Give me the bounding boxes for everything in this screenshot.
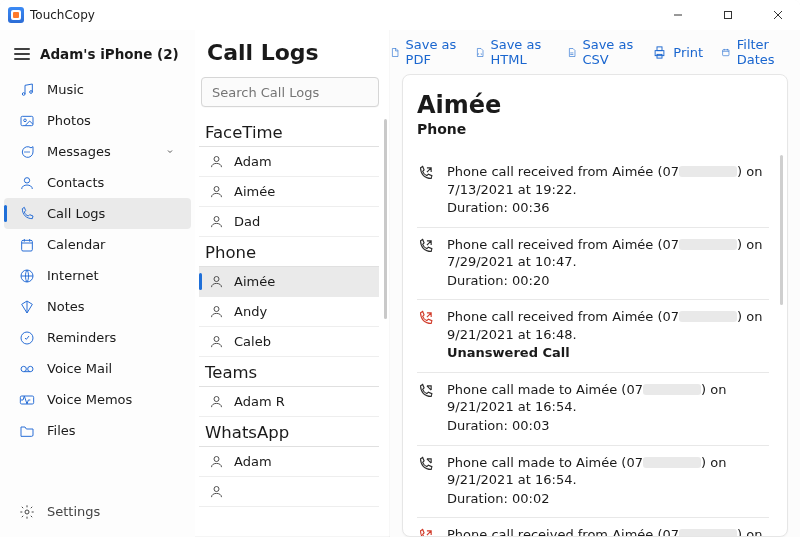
sidebar-item-voicememos[interactable]: Voice Memos xyxy=(4,384,191,415)
save-csv-button[interactable]: Save as CSV xyxy=(567,37,634,67)
call-log-text: Phone call received from Aimée (07) on 7… xyxy=(447,236,769,290)
calllogs-icon xyxy=(19,206,35,222)
svg-point-6 xyxy=(27,151,28,152)
call-in-icon xyxy=(417,163,435,217)
person-icon xyxy=(209,484,224,499)
svg-point-2 xyxy=(30,90,33,93)
call-log-meta: Unanswered Call xyxy=(447,344,769,362)
svg-point-18 xyxy=(214,217,219,222)
sidebar-item-label: Photos xyxy=(47,113,176,128)
group-header: Phone xyxy=(199,237,379,267)
titlebar: TouchCopy xyxy=(0,0,800,30)
person-icon xyxy=(209,304,224,319)
contact-row[interactable]: Adam xyxy=(199,447,379,477)
sidebar-item-notes[interactable]: Notes xyxy=(4,291,191,322)
svg-point-19 xyxy=(214,277,219,282)
sidebar: Adam's iPhone (2) MusicPhotosMessagesCon… xyxy=(0,30,195,537)
save-pdf-button[interactable]: Save as PDF xyxy=(390,37,457,67)
contact-row[interactable]: Andy xyxy=(199,297,379,327)
svg-point-5 xyxy=(25,151,26,152)
svg-rect-9 xyxy=(22,240,33,251)
save-html-button[interactable]: Save as HTML xyxy=(475,37,549,67)
minimize-icon xyxy=(673,10,683,20)
file-pdf-icon xyxy=(390,45,400,60)
sidebar-item-calllogs[interactable]: Call Logs xyxy=(4,198,191,229)
gear-icon xyxy=(19,504,35,520)
sidebar-item-music[interactable]: Music xyxy=(4,74,191,105)
call-log-line: Phone call received from Aimée (07) on 9… xyxy=(447,308,769,343)
filter-icon xyxy=(721,45,731,60)
contact-row[interactable] xyxy=(199,477,379,507)
file-csv-icon xyxy=(567,45,577,60)
call-log-meta: Duration: 00:03 xyxy=(447,417,769,435)
call-log-meta: Duration: 00:20 xyxy=(447,272,769,290)
person-icon xyxy=(209,184,224,199)
call-in-icon xyxy=(417,236,435,290)
call-log-text: Phone call made to Aimée (07) on 9/21/20… xyxy=(447,381,769,435)
notes-icon xyxy=(19,299,35,315)
contacts-column: Call Logs FaceTimeAdamAiméeDadPhoneAimée… xyxy=(195,30,390,537)
sidebar-item-messages[interactable]: Messages xyxy=(4,136,191,167)
call-log-row: Phone call received from Aimée (07) on 9… xyxy=(417,518,769,537)
svg-point-8 xyxy=(24,177,29,182)
call-log-row: Phone call received from Aimée (07) on 7… xyxy=(417,155,769,228)
svg-rect-27 xyxy=(657,54,662,58)
svg-point-17 xyxy=(214,187,219,192)
sidebar-item-label: Files xyxy=(47,423,176,438)
sidebar-item-contacts[interactable]: Contacts xyxy=(4,167,191,198)
contact-name: Adam R xyxy=(234,394,285,409)
contact-name: Aimée xyxy=(234,184,275,199)
redacted-number xyxy=(679,529,737,537)
search-input[interactable] xyxy=(201,77,379,107)
contact-name: Adam xyxy=(234,454,272,469)
sidebar-item-label: Reminders xyxy=(47,330,176,345)
scrollbar[interactable] xyxy=(384,119,387,319)
contact-row[interactable]: Dad xyxy=(199,207,379,237)
sidebar-item-internet[interactable]: Internet xyxy=(4,260,191,291)
call-log-line: Phone call made to Aimée (07) on 9/21/20… xyxy=(447,381,769,416)
redacted-number xyxy=(679,166,737,177)
voicemail-icon xyxy=(19,361,35,377)
contact-row[interactable]: Adam xyxy=(199,147,379,177)
sidebar-item-files[interactable]: Files xyxy=(4,415,191,446)
svg-point-21 xyxy=(214,337,219,342)
group-header: Teams xyxy=(199,357,379,387)
call-log-row: Phone call made to Aimée (07) on 9/21/20… xyxy=(417,373,769,446)
contact-row[interactable]: Aimée xyxy=(199,267,379,297)
redacted-number xyxy=(679,239,737,250)
contact-row[interactable]: Caleb xyxy=(199,327,379,357)
voicememos-icon xyxy=(19,392,35,408)
messages-icon xyxy=(19,144,35,160)
svg-rect-26 xyxy=(657,46,662,50)
sidebar-item-voicemail[interactable]: Voice Mail xyxy=(4,353,191,384)
svg-point-16 xyxy=(214,157,219,162)
contact-row[interactable]: Adam R xyxy=(199,387,379,417)
group-header: WhatsApp xyxy=(199,417,379,447)
svg-point-13 xyxy=(28,366,33,371)
sidebar-item-label: Messages xyxy=(47,144,152,159)
contact-row[interactable]: Aimée xyxy=(199,177,379,207)
call-miss-icon xyxy=(417,526,435,537)
window-minimize-button[interactable] xyxy=(656,0,700,30)
sidebar-item-calendar[interactable]: Calendar xyxy=(4,229,191,260)
sidebar-item-photos[interactable]: Photos xyxy=(4,105,191,136)
device-header[interactable]: Adam's iPhone (2) xyxy=(0,36,195,74)
call-log-text: Phone call received from Aimée (07) on 9… xyxy=(447,308,769,362)
scrollbar[interactable] xyxy=(780,155,783,305)
person-icon xyxy=(209,334,224,349)
print-button[interactable]: Print xyxy=(652,45,703,60)
window-close-button[interactable] xyxy=(756,0,800,30)
person-icon xyxy=(209,154,224,169)
redacted-number xyxy=(679,311,737,322)
search-field[interactable] xyxy=(212,85,368,100)
redacted-number xyxy=(643,384,701,395)
reminders-icon xyxy=(19,330,35,346)
sidebar-item-settings[interactable]: Settings xyxy=(4,496,191,527)
window-maximize-button[interactable] xyxy=(706,0,750,30)
call-log-meta: Duration: 00:36 xyxy=(447,199,769,217)
call-log-row: Phone call received from Aimée (07) on 7… xyxy=(417,228,769,301)
filter-dates-button[interactable]: Filter Dates xyxy=(721,37,784,67)
svg-point-22 xyxy=(214,397,219,402)
sidebar-item-reminders[interactable]: Reminders xyxy=(4,322,191,353)
print-icon xyxy=(652,45,667,60)
